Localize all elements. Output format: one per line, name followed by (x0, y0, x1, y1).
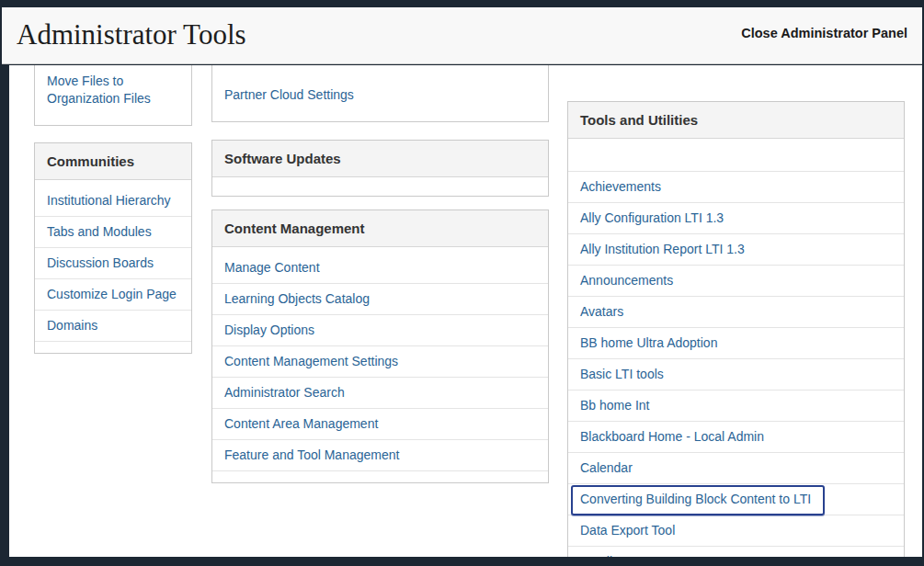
panel-content-management: Content Management Manage ContentLearnin… (211, 209, 549, 483)
list-item: Bb home Int (568, 391, 904, 422)
link-manage-content[interactable]: Manage Content (224, 260, 320, 275)
panel-title-software-updates: Software Updates (212, 141, 548, 177)
panel-tools-and-utilities: Tools and Utilities AchievementsAlly Con… (567, 101, 905, 557)
panel-title-tools-and-utilities: Tools and Utilities (568, 102, 904, 139)
list-item: Achievements (568, 172, 904, 203)
link-learning-objects-catalog[interactable]: Learning Objects Catalog (224, 291, 370, 306)
list-item: Feature and Tool Management (212, 440, 548, 471)
list-item-highlighted: Converting Building Block Content to LTI (568, 484, 904, 515)
link-administrator-search[interactable]: Administrator Search (224, 385, 345, 400)
list-item: Learning Objects Catalog (212, 284, 548, 315)
list-item: Administrator Search (212, 378, 548, 409)
list-spacer (568, 139, 904, 172)
link-announcements[interactable]: Announcements (580, 273, 673, 288)
list-item: Institutional Hierarchy (35, 186, 191, 217)
list-item: Announcements (568, 266, 904, 297)
close-administrator-panel-button[interactable]: Close Administrator Panel (741, 26, 907, 40)
panel-partner-cloud-cutoff: Partner Cloud Settings (211, 65, 549, 122)
link-customize-login-page[interactable]: Customize Login Page (47, 287, 177, 301)
list-item: Ally Institution Report LTI 1.3 (568, 234, 904, 266)
link-avatars[interactable]: Avatars (580, 304, 623, 319)
list-item: Ally Configuration LTI 1.3 (568, 203, 904, 234)
list-item: BB home Ultra Adoption (568, 328, 904, 359)
link-feature-and-tool-management[interactable]: Feature and Tool Management (224, 447, 399, 462)
list-item: Customize Login Page (35, 279, 191, 311)
link-move-files-to-organization-files[interactable]: Move Files to Organization Files (47, 74, 151, 106)
link-institutional-hierarchy[interactable]: Institutional Hierarchy (47, 193, 171, 208)
link-email[interactable]: Email (580, 554, 612, 557)
link-blackboard-home-local-admin[interactable]: Blackboard Home - Local Admin (580, 429, 764, 444)
link-bb-home-ultra-adoption[interactable]: BB home Ultra Adoption (580, 335, 717, 350)
main-content: Move Files to Organization Files Communi… (9, 65, 922, 557)
tools-and-utilities-list: AchievementsAlly Configuration LTI 1.3Al… (568, 172, 904, 557)
link-content-area-management[interactable]: Content Area Management (224, 416, 378, 431)
list-item: Basic LTI tools (568, 359, 904, 391)
list-item: Avatars (568, 297, 904, 328)
link-partner-cloud-settings[interactable]: Partner Cloud Settings (224, 87, 354, 102)
link-achievements[interactable]: Achievements (580, 179, 661, 194)
partner-cloud-list: Partner Cloud Settings (212, 65, 548, 121)
link-ally-institution-report-lti-1-3[interactable]: Ally Institution Report LTI 1.3 (580, 242, 745, 256)
move-files-list: Move Files to Organization Files (35, 65, 191, 125)
link-display-options[interactable]: Display Options (224, 323, 314, 337)
link-tabs-and-modules[interactable]: Tabs and Modules (47, 224, 152, 239)
panel-move-files-cutoff: Move Files to Organization Files (34, 65, 192, 126)
list-item: Tabs and Modules (35, 217, 191, 248)
list-item: Partner Cloud Settings (212, 80, 548, 110)
link-calendar[interactable]: Calendar (580, 460, 633, 475)
admin-panel-frame: Administrator Tools Close Administrator … (0, 0, 924, 566)
communities-list: Institutional HierarchyTabs and ModulesD… (35, 180, 191, 353)
link-domains[interactable]: Domains (47, 318, 97, 333)
list-item: Data Export Tool (568, 515, 904, 547)
content-management-list: Manage ContentLearning Objects CatalogDi… (212, 247, 548, 482)
link-discussion-boards[interactable]: Discussion Boards (47, 255, 154, 270)
link-data-export-tool[interactable]: Data Export Tool (580, 523, 675, 538)
link-content-management-settings[interactable]: Content Management Settings (224, 354, 398, 368)
link-converting-building-block-content-to-lti[interactable]: Converting Building Block Content to LTI (580, 492, 811, 506)
list-item: Content Management Settings (212, 346, 548, 378)
list-item: Calendar (568, 453, 904, 484)
panel-communities: Communities Institutional HierarchyTabs … (34, 142, 192, 354)
list-item: Domains (35, 311, 191, 342)
list-item: Email (568, 547, 904, 557)
software-updates-empty-body (212, 177, 548, 196)
list-item: Display Options (212, 315, 548, 346)
link-bb-home-int[interactable]: Bb home Int (580, 398, 650, 413)
panel-title-content-management: Content Management (212, 210, 548, 247)
list-item: Content Area Management (212, 409, 548, 440)
list-item: Move Files to Organization Files (35, 66, 191, 114)
link-basic-lti-tools[interactable]: Basic LTI tools (580, 367, 664, 381)
list-item: Discussion Boards (35, 248, 191, 279)
panel-title-communities: Communities (35, 143, 191, 180)
list-item: Manage Content (212, 253, 548, 284)
panel-software-updates: Software Updates (211, 140, 549, 197)
header: Administrator Tools Close Administrator … (2, 7, 922, 64)
list-item: Blackboard Home - Local Admin (568, 422, 904, 453)
link-ally-configuration-lti-1-3[interactable]: Ally Configuration LTI 1.3 (580, 210, 724, 225)
